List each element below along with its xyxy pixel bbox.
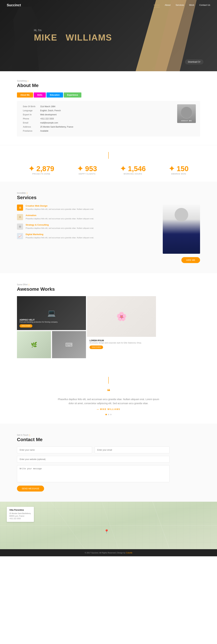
stats-divider-line	[108, 152, 109, 159]
about-section: Something About Me About Me Skills Educa…	[0, 71, 217, 145]
service-text-3: Strategy & Consulting Phasellus dapibus …	[26, 224, 94, 230]
stat-item-clients: ✦ 953 Happy Clients	[77, 164, 97, 175]
field-value: Web development	[39, 113, 172, 116]
marketing-icon: 📈	[17, 233, 23, 239]
service-text-1: Creative Web Design Phasellus dapibus fe…	[26, 204, 94, 211]
dot-1[interactable]	[106, 414, 107, 415]
work-title-2: LOREM IPSUM	[90, 340, 154, 342]
works-label: Some Effort	[17, 284, 200, 286]
hero-greeting: Hi, I'm	[34, 29, 112, 32]
dot-3[interactable]	[110, 414, 112, 415]
work-item-plant: 🌿	[17, 331, 51, 358]
send-message-button[interactable]: SEND MESSAGE	[17, 486, 44, 492]
tab-about-me[interactable]: About Me	[17, 92, 33, 98]
map-pin: 📍	[104, 529, 109, 534]
keyboard-icon: ⌨	[65, 342, 72, 348]
animation-icon: A	[17, 214, 23, 220]
service-title-4: Digital Marketing	[26, 233, 94, 236]
contact-website-input[interactable]	[17, 456, 170, 463]
service-item-2: A Animation Phasellus dapibus felis elit…	[17, 214, 154, 220]
contact-email-input[interactable]	[94, 446, 170, 453]
table-row: Freelance Available	[22, 129, 172, 133]
service-item-1: ⊞ Creative Web Design Phasellus dapibus …	[17, 204, 154, 211]
hero-section: Hi, I'm MIKE WILLIAMS Download CV	[0, 0, 217, 71]
services-list: ⊞ Creative Web Design Phasellus dapibus …	[17, 204, 154, 242]
star-icon-3: ✦	[120, 165, 126, 173]
strategy-icon: ⚙	[17, 224, 23, 230]
dot-2[interactable]	[108, 414, 109, 415]
stat-item-projects: ✦ 2,879 Projects Done	[28, 164, 54, 175]
flower-icon: 🌸	[116, 312, 127, 322]
works-bottom-row: 🌿 ⌨	[17, 331, 86, 358]
work-item-flower: 🌸	[87, 296, 156, 337]
field-label: Freelance	[22, 129, 38, 133]
work-item-1: 💻 ADIPISCI VELIT Font and branding produ…	[17, 296, 86, 330]
site-logo[interactable]: Succinct	[7, 3, 21, 7]
contact-message-input[interactable]	[17, 465, 170, 482]
work-discover-btn-2[interactable]: DISCOVER	[90, 346, 103, 349]
field-label: Address	[22, 125, 38, 129]
star-icon-2: ✦	[77, 165, 83, 173]
service-text-2: Animation Phasellus dapibus felis elit, …	[26, 214, 94, 220]
contact-title: Contact Me	[17, 437, 200, 442]
contact-form: SEND MESSAGE	[17, 446, 170, 492]
nav-work[interactable]: Work	[189, 3, 194, 7]
service-title-2: Animation	[26, 214, 94, 216]
table-row: Language English, Dutch, French	[22, 109, 172, 112]
contact-name-input[interactable]	[17, 446, 92, 453]
field-value: +011 222 3333	[39, 117, 172, 120]
about-content: Date Of Birth 31st March 1984 Language E…	[17, 101, 200, 136]
stat-label-clients: Happy Clients	[77, 173, 97, 175]
service-title-3: Strategy & Consulting	[26, 224, 94, 226]
map-overlay-card: Villa Florentine 25 Montée Saint-Barthél…	[7, 507, 34, 522]
quote-icon: ❝	[17, 388, 200, 395]
contact-section: Get In Touch Contact Me SEND MESSAGE	[0, 424, 217, 502]
work-title-1: ADIPISCI VELIT	[20, 319, 84, 321]
nav-home[interactable]: Home	[154, 3, 160, 7]
star-icon: ✦	[28, 165, 34, 173]
services-content: ⊞ Creative Web Design Phasellus dapibus …	[17, 204, 200, 254]
works-section: Some Effort Awesome Works 💻 ADIPISCI VEL…	[0, 273, 217, 368]
work-subtitle-2: Accessory design and corporate style for…	[90, 342, 154, 344]
stat-number-awards: ✦ 150	[169, 164, 188, 173]
testimonial-section: ❝ Phasellus dapibus felis elit, sed accu…	[0, 368, 217, 424]
stat-item-hours: ✦ 1,546 Working Hours	[120, 164, 146, 175]
tab-experience[interactable]: Experience	[64, 92, 82, 98]
person-suit-figure	[163, 204, 200, 254]
works-left-col: 💻 ADIPISCI VELIT Font and branding produ…	[17, 296, 86, 358]
hire-me-button[interactable]: HIRE ME	[182, 257, 200, 263]
footer-text: © 2017 Succinct. All Rights Reserved | D…	[85, 552, 126, 554]
service-desc-1: Phasellus dapibus felis elit, sed accums…	[26, 208, 94, 211]
service-title-1: Creative Web Design	[26, 204, 94, 207]
field-value: 31st March 1984	[39, 105, 172, 108]
nav-contact[interactable]: Contact Us	[199, 3, 210, 7]
field-value: Available	[39, 129, 172, 133]
download-cv-button[interactable]: Download CV	[185, 59, 204, 64]
hero-name: MIKE WILLIAMS	[34, 33, 112, 42]
stats-section: ✦ 2,879 Projects Done ✦ 953 Happy Client…	[0, 145, 217, 182]
works-grid: 💻 ADIPISCI VELIT Font and branding produ…	[17, 296, 156, 358]
about-photo-label: ABOUT ME	[181, 120, 192, 122]
nav-services[interactable]: Services	[176, 3, 184, 7]
service-desc-3: Phasellus dapibus felis elit, sed accums…	[26, 227, 94, 230]
map-location-name: Villa Florentine	[9, 509, 31, 511]
field-label: Phone	[22, 117, 38, 120]
about-title: About Me	[17, 83, 200, 88]
work-discover-btn-1[interactable]: DISCOVER	[20, 324, 32, 328]
stat-label-awards: Awards Won	[169, 173, 188, 175]
about-label: Something	[17, 80, 200, 82]
about-photo: ABOUT ME	[177, 104, 196, 123]
field-value: English, Dutch, French	[39, 109, 172, 112]
nav-about[interactable]: About	[165, 3, 170, 7]
footer-author-link[interactable]: Colorlib	[126, 552, 132, 554]
table-row: Address 25 Montée Saint-Barthélemy, Fran…	[22, 125, 172, 129]
stat-number-projects: ✦ 2,879	[28, 164, 54, 173]
tab-education[interactable]: Education	[46, 92, 63, 98]
field-label: Date Of Birth	[22, 105, 38, 108]
service-desc-2: Phasellus dapibus felis elit, sed accums…	[26, 217, 94, 220]
services-section: Incredible Services ⊞ Creative Web Desig…	[0, 182, 217, 273]
person-head	[174, 208, 188, 222]
tab-skills[interactable]: Skills	[34, 92, 46, 98]
send-btn-wrapper: SEND MESSAGE	[17, 485, 92, 492]
work-info-2: LOREM IPSUM Accessory design and corpora…	[87, 337, 156, 352]
